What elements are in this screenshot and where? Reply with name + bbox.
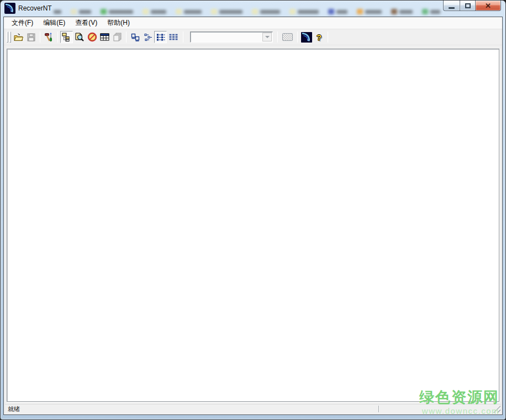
details-view-icon [168, 33, 178, 41]
details-view-button[interactable] [167, 31, 180, 43]
open-folder-icon [14, 33, 24, 41]
toolbar-separator [57, 32, 58, 43]
client-area: 文件(F) 编辑(E) 查看(V) 帮助(H) [3, 17, 503, 415]
tree-view-button[interactable] [60, 31, 73, 43]
menu-view[interactable]: 查看(V) [70, 17, 102, 29]
caption-buttons: ✕ [443, 1, 501, 11]
status-text: 就绪 [8, 405, 20, 413]
stacked-documents-icon [113, 33, 122, 41]
toolbar-gripper[interactable] [7, 32, 8, 43]
maximize-button[interactable] [460, 1, 476, 11]
background-bookmarks-blur [54, 8, 450, 15]
background-bookmark-blob [328, 9, 347, 14]
main-content-view[interactable] [7, 49, 499, 402]
close-icon: ✕ [485, 2, 491, 9]
large-icons-button[interactable] [129, 31, 141, 43]
search-button[interactable] [73, 31, 86, 43]
background-bookmark-blob [422, 9, 440, 14]
background-bookmark-blob [357, 9, 382, 14]
toolbar-separator [277, 32, 278, 43]
titlebar[interactable]: RecoverNT ✕ [1, 1, 505, 17]
table-grid-icon [100, 33, 109, 41]
background-bookmark-blob [143, 9, 166, 14]
toolbar: ? [4, 29, 502, 45]
help-button[interactable]: ? [313, 31, 325, 43]
grayed-action-button [280, 31, 295, 43]
window-bottom-edge [1, 415, 505, 419]
large-icons-view-icon [131, 33, 140, 41]
list-view-icon [156, 33, 165, 41]
minimize-button[interactable] [443, 1, 460, 11]
small-icons-button[interactable] [141, 31, 154, 43]
filter-combobox[interactable] [190, 32, 273, 43]
save-floppy-icon [27, 33, 35, 41]
copies-button [111, 31, 124, 43]
open-button[interactable] [12, 31, 25, 43]
window-title: RecoverNT [18, 4, 52, 12]
recovernt-claw-logo-icon [4, 3, 15, 14]
menu-help[interactable]: 帮助(H) [102, 17, 135, 29]
status-panel-divider [378, 406, 380, 412]
toolbar-gripper[interactable] [9, 32, 11, 43]
small-icons-view-icon [144, 33, 152, 41]
background-bookmark-blob [211, 9, 243, 14]
combobox-dropdown-button [262, 33, 272, 41]
minimize-icon [449, 7, 455, 9]
combobox-value[interactable] [191, 32, 262, 42]
close-button[interactable]: ✕ [476, 1, 501, 11]
red-slash-circle-icon [87, 32, 97, 42]
dithered-disabled-icon [282, 33, 293, 41]
toolbar-separator [183, 32, 183, 43]
table-view-button[interactable] [98, 31, 111, 43]
toolbar-separator [126, 32, 126, 43]
no-filter-button[interactable] [86, 31, 98, 43]
background-bookmark-blob [101, 9, 133, 14]
toolbar-separator [40, 32, 40, 43]
background-bookmark-blob [176, 9, 202, 14]
recovernt-window: RecoverNT ✕ 文件(F) 编辑(E) 查看(V) 帮助(H) [0, 0, 506, 420]
about-logo-button[interactable] [300, 31, 313, 43]
background-bookmark-blob [391, 9, 413, 14]
background-bookmark-blob [252, 9, 280, 14]
toolbar-separator [297, 32, 298, 43]
folder-tree-icon [62, 33, 71, 41]
chevron-down-icon [265, 36, 270, 40]
menu-edit[interactable]: 编辑(E) [38, 17, 70, 29]
list-view-button[interactable] [154, 31, 167, 43]
resize-grip[interactable] [493, 406, 500, 413]
background-bookmark-blob [54, 10, 61, 14]
background-bookmark-blob [71, 9, 91, 14]
menu-file[interactable]: 文件(F) [7, 17, 38, 29]
background-bookmark-blob [289, 9, 319, 14]
magnifier-document-icon [75, 33, 84, 41]
menu-bar: 文件(F) 编辑(E) 查看(V) 帮助(H) [4, 17, 502, 29]
status-bar: 就绪 [5, 404, 501, 413]
save-button [25, 31, 38, 43]
question-mark-icon: ? [317, 33, 321, 41]
recovernt-claw-logo-icon [301, 32, 312, 43]
toolbar-separator [328, 32, 328, 43]
tools-button[interactable] [43, 31, 55, 43]
maximize-icon [465, 3, 471, 8]
hammer-screwdriver-icon [44, 33, 54, 42]
